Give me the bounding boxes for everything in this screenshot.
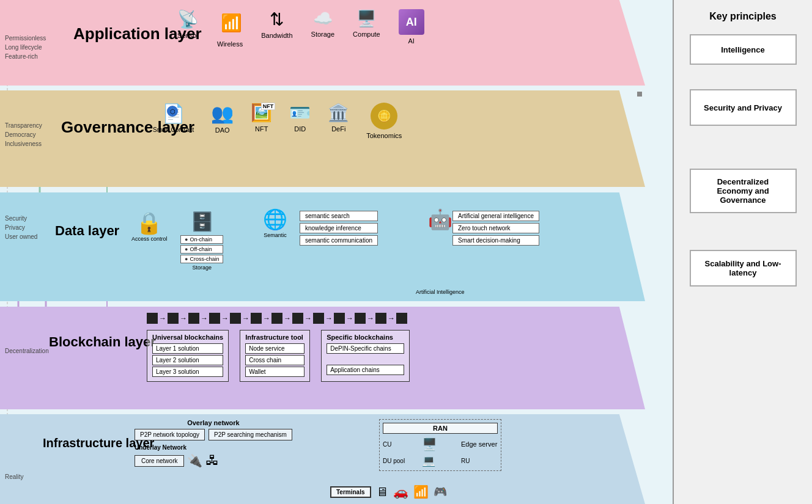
cube-4 [209, 313, 220, 324]
compute-icon: 🖥️ [356, 9, 376, 28]
arrow-6: → [263, 314, 270, 323]
layer3-box: Layer 3 solution [152, 367, 223, 377]
ran-title: RAN [383, 423, 498, 434]
du-pool-label: DU pool [383, 458, 419, 464]
infra-layer: Infrastructure layer Reality Overlay net… [0, 414, 645, 504]
smart-contract-label: Smart Contract [153, 126, 194, 133]
data-layer: Security Privacy User owned Data layer 🔒… [0, 192, 645, 301]
nft-icon: 🖼️ NFT [251, 103, 272, 123]
app-layer: Permissionless Long lifecycle Feature-ri… [0, 0, 645, 86]
storage-area: 🗄️ ●On-chain ●Off-chain ●Cross-chain Sto… [180, 211, 223, 271]
nft-item: 🖼️ NFT NFT [251, 103, 272, 133]
intelligence-box: Intelligence [690, 34, 797, 65]
blockchain-layer: Decentralization Blockchain layer → → → … [0, 307, 645, 409]
cross-chain-box: ●Cross-chain [180, 255, 223, 263]
node-service-box: Node service [245, 343, 304, 354]
compute-label: Compute [353, 31, 380, 38]
arrow-12: → [388, 314, 395, 323]
scalability-box: Scalability and Low-latency [690, 250, 797, 287]
agi-box: Artificial general intelligence [452, 211, 539, 221]
specific-group: Specific blockchains DePIN-Specific chai… [321, 330, 410, 382]
did-item: 🪪 DID [289, 103, 311, 133]
core-network-row: Core network 🔌 🖧 [135, 453, 292, 469]
cube-13 [396, 313, 407, 324]
ai-items: Artificial general intelligence Zero tou… [452, 211, 539, 246]
overlay-title: Overlay network [135, 419, 292, 426]
ai-icon-item: AI AI [399, 9, 424, 48]
ai-label-bottom: Artificial Intelligence [416, 289, 465, 295]
smart-contract-item: 📄 ⬡ Smart Contract [153, 103, 194, 133]
edge-server-icon: 🖥️ [422, 437, 459, 451]
bandwidth-label: Bandwidth [261, 32, 292, 39]
did-icon: 🪪 [289, 103, 311, 123]
storage-label: Storage [180, 265, 223, 271]
arrow-10: → [346, 314, 353, 323]
cube-5 [230, 313, 241, 324]
terminals-box: Terminals [330, 486, 371, 498]
smart-contract-icon: 📄 ⬡ [162, 103, 185, 124]
infra-tool-group: Infrastructure tool Node service Cross c… [240, 330, 310, 382]
arrow-4: → [221, 314, 229, 323]
nft-label: NFT [255, 125, 268, 133]
architecture-panel: Permissionless Long lifecycle Feature-ri… [0, 0, 673, 504]
sensor-label: Sensor [177, 32, 199, 39]
cube-chain: → → → → → → → → → → → [147, 313, 407, 324]
storage-label: Storage [311, 31, 335, 38]
spacer [327, 355, 404, 363]
smart-decision-box: Smart decision-making [452, 235, 539, 246]
defi-icon: 🏛️ [328, 103, 349, 123]
decentral-economy-box: Decentralized Economy and Governance [690, 169, 797, 213]
terminals-area: Terminals 🖥 🚗 📶 🎮 [330, 484, 447, 499]
zero-touch-box: Zero touch network [452, 223, 539, 233]
ai-icon: AI [399, 9, 424, 35]
p2p-search-box: P2P searching mechanism [209, 429, 292, 440]
blockchain-layer-title: Blockchain layer [49, 334, 156, 350]
small-indicator [637, 92, 642, 97]
access-control-label: Access control [131, 236, 168, 242]
key-principles-panel: Key principles Intelligence Security and… [673, 0, 812, 504]
app-icons-row: 📡 Sensor 📶 Wireless ⇅ Bandwidth ☁ [177, 9, 424, 48]
scalability-label: Scalability and Low-latency [700, 259, 786, 277]
cube-12 [375, 313, 386, 324]
storage-icon-item: ☁️ Storage [311, 9, 335, 48]
infra-left-labels: Reality [5, 472, 24, 481]
bandwidth-icon: ⇅ [270, 9, 284, 29]
cube-2 [168, 313, 179, 324]
cube-10 [334, 313, 345, 324]
p2p-topology-box: P2P network topology [135, 429, 205, 440]
did-label: DID [294, 125, 306, 133]
sensor-icon-item: 📡 Sensor [177, 9, 199, 48]
terminal-icon-1: 🖥 [376, 485, 388, 499]
main-container: Permissionless Long lifecycle Feature-ri… [0, 0, 812, 504]
tokenomics-item: 🪙 Tokenomics [366, 103, 402, 139]
terminal-icon-2: 🚗 [393, 484, 408, 499]
arrow-2: → [180, 314, 187, 323]
access-control-area: 🔒 Access control [131, 211, 168, 242]
arrow-7: → [284, 314, 291, 323]
security-privacy-label: Security and Privacy [704, 103, 782, 112]
cube-7 [271, 313, 282, 324]
ru-label: RU [461, 458, 498, 464]
cube-9 [313, 313, 324, 324]
tokenomics-icon: 🪙 [371, 103, 397, 130]
edge-server-label: Edge server [461, 440, 498, 448]
terminal-icon-4: 🎮 [434, 485, 447, 499]
cube-3 [188, 313, 199, 324]
access-control-icon: 🔒 [131, 211, 168, 236]
cube-11 [355, 313, 366, 324]
off-chain-box: ●Off-chain [180, 245, 223, 254]
gov-icons-row: 📄 ⬡ Smart Contract 👥 DAO 🖼️ NFT NF [153, 103, 402, 139]
ran-grid: CU 🖥️ Edge server DU pool 💻 RU [383, 437, 498, 467]
arrow-3: → [201, 314, 208, 323]
key-principles-title: Key principles [706, 6, 779, 31]
data-storage-icon: 🗄️ [180, 211, 223, 232]
ran-area: RAN CU 🖥️ Edge server DU pool 💻 RU [379, 419, 501, 471]
app-left-labels: Permissionless Long lifecycle Feature-ri… [5, 34, 46, 61]
chain-types: ●On-chain ●Off-chain ●Cross-chain [180, 235, 223, 263]
dao-icon: 👥 [211, 103, 234, 124]
sensor-icon: 📡 [177, 9, 199, 29]
laptop-icon: 💻 [422, 454, 459, 467]
bandwidth-icon-item: ⇅ Bandwidth [261, 9, 292, 48]
cu-label: CU [383, 441, 419, 448]
arrow-5: → [242, 314, 249, 323]
